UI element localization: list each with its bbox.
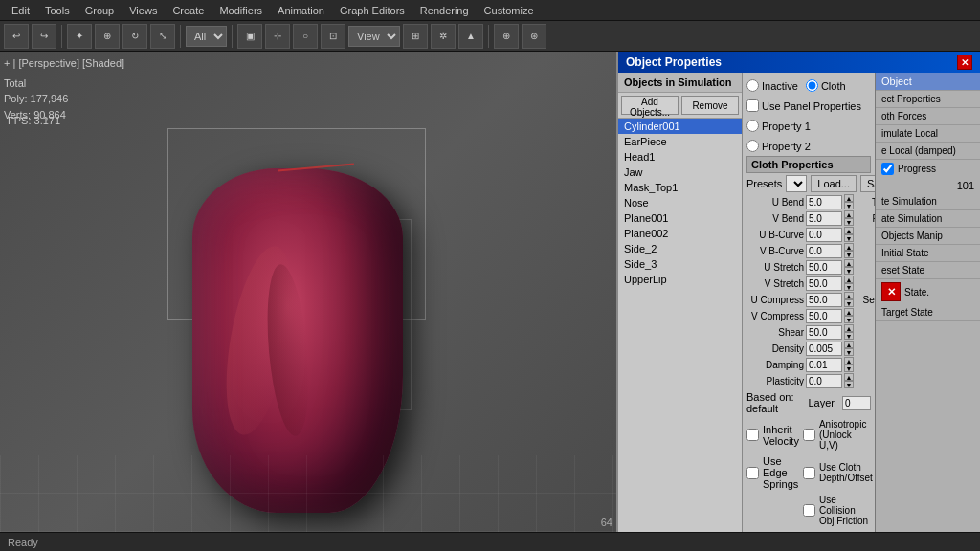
v-compress-down[interactable]: ▼	[844, 316, 854, 323]
use-panel-properties-check[interactable]	[746, 99, 759, 112]
presets-select[interactable]	[786, 175, 807, 192]
property2-radio[interactable]	[746, 140, 759, 152]
inactive-radio-label[interactable]: Inactive	[746, 79, 798, 92]
u-bend-input[interactable]	[806, 195, 842, 209]
viewport[interactable]: + | [Perspective] [Shaded] Total Poly: 1…	[0, 52, 616, 532]
obj-list-item-jaw[interactable]: Jaw	[618, 165, 742, 180]
cloth-depth-check[interactable]	[803, 467, 815, 479]
collision-friction-check[interactable]	[803, 504, 815, 517]
obj-list-item-upperlip[interactable]: UpperLip	[618, 272, 742, 287]
toolbar-scale[interactable]: ⤡	[150, 24, 175, 49]
density-input[interactable]	[806, 342, 842, 356]
u-bcurve-up[interactable]: ▲	[844, 227, 854, 234]
damping-down[interactable]: ▼	[844, 364, 854, 372]
menu-customize[interactable]: Customize	[477, 3, 542, 18]
mode-select[interactable]: All	[186, 26, 227, 47]
v-compress-input[interactable]	[806, 309, 842, 323]
u-compress-down[interactable]: ▼	[844, 299, 854, 307]
right-item-initial-state[interactable]: Initial State	[876, 245, 980, 262]
menu-tools[interactable]: Tools	[37, 3, 78, 18]
u-bcurve-input[interactable]	[806, 228, 842, 242]
inherit-velocity-check[interactable]	[746, 429, 759, 441]
plasticity-input[interactable]	[806, 374, 842, 388]
add-objects-button[interactable]: Add Objects...	[621, 96, 679, 115]
right-item-objects-manip[interactable]: Objects Manip	[876, 228, 980, 245]
toolbar-btn2[interactable]: ⊹	[265, 24, 290, 49]
toolbar-btn4[interactable]: ⊡	[321, 24, 345, 49]
cloth-radio[interactable]	[806, 79, 818, 92]
toolbar-btn1[interactable]: ▣	[237, 24, 262, 49]
toolbar-magnet[interactable]: ✲	[431, 24, 456, 49]
anisotropic-check[interactable]	[803, 429, 815, 441]
right-item-local-damped[interactable]: e Local (damped)	[876, 143, 980, 160]
v-bend-down[interactable]: ▼	[844, 218, 854, 226]
obj-list-item-cylinder001[interactable]: Cylinder001	[618, 119, 742, 134]
panel-props-check-label[interactable]: Use Panel Properties	[746, 99, 861, 112]
v-bend-up[interactable]: ▲	[844, 210, 854, 218]
menu-animation[interactable]: Animation	[270, 3, 332, 18]
density-down[interactable]: ▼	[844, 348, 854, 356]
obj-list-item-side2[interactable]: Side_2	[618, 241, 742, 256]
menu-rendering[interactable]: Rendering	[412, 3, 477, 18]
v-bcurve-down[interactable]: ▼	[844, 251, 854, 258]
u-stretch-input[interactable]	[806, 260, 842, 275]
u-bend-down[interactable]: ▼	[844, 202, 854, 209]
shear-input[interactable]	[806, 325, 842, 340]
right-item-sim[interactable]: ate Simulation	[876, 210, 980, 228]
u-compress-input[interactable]	[806, 293, 842, 307]
property2-radio-label[interactable]: Property 2	[746, 140, 811, 152]
load-preset-button[interactable]: Load...	[811, 175, 857, 192]
edge-springs-check[interactable]	[746, 467, 759, 479]
remove-button[interactable]: Remove	[681, 96, 739, 115]
obj-list-item-plane002[interactable]: Plane002	[618, 226, 742, 241]
dialog-close-button[interactable]: ✕	[957, 55, 972, 70]
menu-views[interactable]: Views	[122, 3, 165, 18]
delete-state-button[interactable]: ✕	[881, 282, 901, 301]
plasticity-up[interactable]: ▲	[844, 373, 854, 381]
right-item-reset-state[interactable]: eset State	[876, 262, 980, 279]
damping-up[interactable]: ▲	[844, 357, 854, 364]
density-up[interactable]: ▲	[844, 341, 854, 348]
u-bcurve-down[interactable]: ▼	[844, 234, 854, 242]
toolbar-misc2[interactable]: ⊛	[522, 24, 546, 49]
obj-list-item-nose[interactable]: Nose	[618, 195, 742, 210]
shear-up[interactable]: ▲	[844, 324, 854, 332]
toolbar-redo[interactable]: ↪	[32, 24, 56, 49]
toolbar-select[interactable]: ✦	[67, 24, 92, 49]
menu-create[interactable]: Create	[165, 3, 212, 18]
layer-input[interactable]	[842, 396, 871, 410]
obj-list-item-head1[interactable]: Head1	[618, 149, 742, 165]
v-stretch-input[interactable]	[806, 276, 842, 291]
shear-down[interactable]: ▼	[844, 332, 854, 340]
v-stretch-up[interactable]: ▲	[844, 276, 854, 283]
menu-graph-editors[interactable]: Graph Editors	[332, 3, 412, 18]
menu-edit[interactable]: Edit	[4, 3, 37, 18]
damping-input[interactable]	[806, 358, 842, 372]
property1-radio-label[interactable]: Property 1	[746, 120, 811, 132]
toolbar-btn5[interactable]: ⊞	[403, 24, 428, 49]
right-item-target-state[interactable]: Target State	[876, 304, 980, 321]
state-check[interactable]	[881, 163, 894, 175]
v-bend-input[interactable]	[806, 211, 842, 226]
obj-list-item-side3[interactable]: Side_3	[618, 256, 742, 272]
cloth-depth-check-label[interactable]: Use Cloth Depth/Offset	[803, 455, 873, 490]
collision-friction-check-label[interactable]: Use Collision Obj Friction	[803, 495, 873, 526]
right-item-forces[interactable]: oth Forces	[876, 108, 980, 125]
obj-list-item-earpiece[interactable]: EarPiece	[618, 134, 742, 149]
obj-list-item-mask-top1[interactable]: Mask_Top1	[618, 180, 742, 195]
u-bend-up[interactable]: ▲	[844, 194, 854, 202]
right-item-simulate-local[interactable]: imulate Local	[876, 125, 980, 143]
inherit-velocity-check-label[interactable]: Inherit Velocity	[746, 419, 799, 451]
plasticity-down[interactable]: ▼	[844, 381, 854, 388]
property1-radio[interactable]	[746, 120, 759, 132]
inactive-radio[interactable]	[746, 79, 759, 92]
v-bcurve-input[interactable]	[806, 244, 842, 258]
u-stretch-up[interactable]: ▲	[844, 259, 854, 267]
right-item-object[interactable]: Object	[876, 73, 980, 91]
toolbar-snap[interactable]: ▲	[458, 24, 483, 49]
u-stretch-down[interactable]: ▼	[844, 267, 854, 275]
right-item-run-sim[interactable]: te Simulation	[876, 193, 980, 210]
v-bcurve-up[interactable]: ▲	[844, 243, 854, 251]
toolbar-misc1[interactable]: ⊕	[494, 24, 519, 49]
toolbar-undo[interactable]: ↩	[4, 24, 29, 49]
